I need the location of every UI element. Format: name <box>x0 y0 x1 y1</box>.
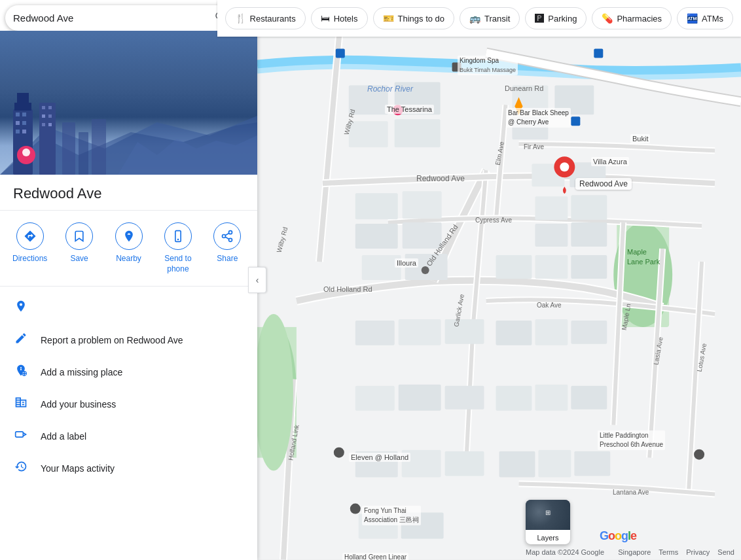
nav-parking-label: Parking <box>548 14 577 24</box>
nav-hotels-label: Hotels <box>334 14 358 24</box>
map-area[interactable]: Rochor River Dunearn Rd Kingdom SpaBukit… <box>257 0 741 560</box>
footer-singapore[interactable]: Singapore <box>618 548 651 556</box>
nearby-button[interactable]: Nearby <box>105 219 152 278</box>
svg-rect-76 <box>362 255 401 280</box>
left-panel: Top rated Redwood Ave Directions Save Ne… <box>0 0 257 560</box>
svg-rect-94 <box>402 450 441 478</box>
transit-icon: 🚌 <box>469 13 480 24</box>
footer-send[interactable]: Send <box>717 548 734 556</box>
atm-icon: 🏧 <box>687 13 698 24</box>
maps-activity-label: Your Maps activity <box>41 463 115 474</box>
svg-line-37 <box>225 233 229 235</box>
directions-button[interactable]: Directions <box>7 219 53 278</box>
collapse-button[interactable]: ‹ <box>248 267 266 293</box>
svg-rect-79 <box>535 255 568 279</box>
nav-things-to-do[interactable]: 🎫 Things to do <box>373 7 455 29</box>
svg-rect-9 <box>16 113 20 116</box>
svg-rect-109 <box>571 116 580 126</box>
nav-pharmacies[interactable]: 💊 Pharmacies <box>592 7 672 29</box>
svg-rect-86 <box>571 321 607 344</box>
google-logo: Google <box>600 529 636 543</box>
svg-rect-97 <box>538 450 571 478</box>
add-business-label: Add your business <box>41 399 116 410</box>
svg-rect-41 <box>16 432 24 437</box>
menu-items-list: Report a problem on Redwood Ave Add a mi… <box>0 287 257 560</box>
save-icon <box>65 222 93 250</box>
location-icon <box>13 300 29 316</box>
svg-rect-106 <box>452 62 461 71</box>
nav-hotels[interactable]: 🛏 Hotels <box>311 7 368 29</box>
svg-point-103 <box>560 162 569 171</box>
svg-rect-99 <box>359 514 398 539</box>
action-buttons: Directions Save Nearby Send to phone Sha… <box>0 211 257 287</box>
svg-point-33 <box>229 231 232 234</box>
svg-rect-16 <box>42 106 45 109</box>
nav-restaurants[interactable]: 🍴 Restaurants <box>225 7 306 29</box>
svg-point-35 <box>229 238 232 241</box>
nav-atms-label: ATMs <box>702 14 723 24</box>
nav-atms[interactable]: 🏧 ATMs <box>677 7 733 29</box>
directions-icon <box>16 222 44 250</box>
nav-parking[interactable]: 🅿 Parking <box>525 7 587 29</box>
svg-rect-23 <box>79 132 88 175</box>
svg-rect-93 <box>355 451 398 478</box>
svg-rect-95 <box>445 451 484 476</box>
svg-rect-65 <box>554 85 594 114</box>
svg-rect-81 <box>355 321 395 345</box>
add-label-item[interactable]: Add a label <box>0 420 257 452</box>
svg-rect-59 <box>349 85 388 114</box>
report-problem-item[interactable]: Report a problem on Redwood Ave <box>0 324 257 356</box>
add-place-icon <box>13 364 29 380</box>
svg-rect-12 <box>22 121 26 125</box>
footer-privacy[interactable]: Privacy <box>686 548 710 556</box>
svg-rect-83 <box>445 319 484 344</box>
svg-rect-24 <box>92 119 106 175</box>
svg-rect-64 <box>512 116 548 139</box>
svg-rect-82 <box>399 319 441 345</box>
share-button[interactable]: Share <box>204 219 251 278</box>
nav-transit-label: Transit <box>484 14 510 24</box>
layers-icon: ⊞ <box>545 509 551 516</box>
svg-rect-107 <box>336 48 345 58</box>
svg-rect-15 <box>39 103 56 175</box>
nav-transit[interactable]: 🚌 Transit <box>460 7 520 29</box>
search-input[interactable] <box>13 12 208 24</box>
hero-image: Top rated <box>0 31 257 175</box>
send-to-phone-button[interactable]: Send to phone <box>154 219 201 278</box>
add-missing-place-item[interactable]: Add a missing place <box>0 356 257 388</box>
svg-point-111 <box>334 447 344 458</box>
svg-rect-13 <box>16 130 20 133</box>
svg-rect-62 <box>395 119 441 147</box>
map-footer: Singapore Terms Privacy Send <box>618 548 734 556</box>
nearby-label: Nearby <box>116 254 141 264</box>
svg-rect-74 <box>535 224 568 247</box>
history-icon <box>13 460 29 476</box>
collapse-icon: ‹ <box>256 275 259 285</box>
nav-pharmacies-label: Pharmacies <box>617 14 662 24</box>
svg-rect-18 <box>42 114 45 118</box>
directions-label: Directions <box>12 254 47 264</box>
save-button[interactable]: Save <box>56 219 102 278</box>
svg-rect-96 <box>499 451 535 478</box>
layers-button[interactable]: ⊞ Layers <box>526 500 570 544</box>
svg-point-112 <box>350 504 361 514</box>
footer-terms[interactable]: Terms <box>659 548 678 556</box>
svg-point-34 <box>223 235 226 238</box>
send-to-phone-label: Send to phone <box>164 254 191 274</box>
search-bar <box>5 5 252 31</box>
menu-item-location[interactable] <box>0 292 257 324</box>
send-to-phone-icon <box>164 222 192 250</box>
svg-rect-69 <box>403 191 442 219</box>
svg-rect-17 <box>48 106 52 109</box>
layers-label: Layers <box>537 534 558 542</box>
svg-rect-92 <box>571 386 607 410</box>
edit-icon <box>13 332 29 348</box>
svg-rect-90 <box>496 386 532 411</box>
svg-rect-22 <box>62 122 75 175</box>
maps-activity-item[interactable]: Your Maps activity <box>0 452 257 484</box>
svg-rect-21 <box>48 123 52 126</box>
svg-rect-67 <box>569 162 605 187</box>
nav-things-label: Things to do <box>398 14 445 24</box>
add-business-item[interactable]: Add your business <box>0 388 257 420</box>
parking-icon: 🅿 <box>535 13 544 24</box>
